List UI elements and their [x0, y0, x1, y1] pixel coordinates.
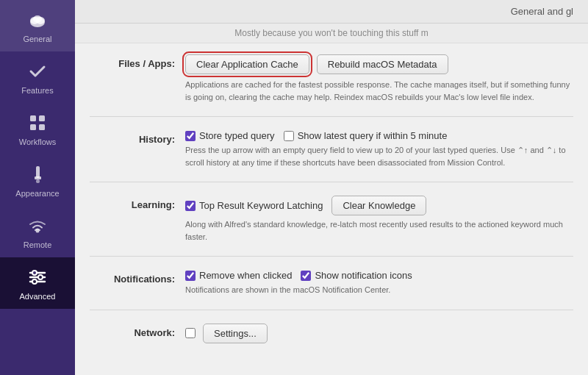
sidebar-item-appearance[interactable]: Appearance: [0, 154, 75, 206]
sidebar-item-features[interactable]: Features: [0, 51, 75, 103]
store-typed-query-item[interactable]: Store typed query: [185, 130, 275, 141]
sidebar: General Features Workflows: [0, 0, 75, 375]
network-buttons: Settings...: [185, 324, 573, 343]
show-notification-icons-item[interactable]: Show notification icons: [301, 270, 412, 281]
remove-when-clicked-item[interactable]: Remove when clicked: [185, 270, 292, 281]
sidebar-label-workflows: Workflows: [19, 138, 57, 146]
network-row: Network: Settings...: [90, 324, 573, 348]
history-checkboxes: Store typed query Show latest query if w…: [185, 130, 573, 141]
svg-rect-5: [39, 115, 45, 121]
network-content: Settings...: [185, 324, 573, 348]
notifications-content: Remove when clicked Show notification ic…: [185, 270, 573, 296]
network-checkbox[interactable]: [185, 328, 196, 338]
wifi-icon: [26, 214, 49, 238]
sidebar-label-general: General: [23, 35, 51, 43]
divider-2: [90, 182, 573, 182]
sidebar-label-appearance: Appearance: [15, 189, 59, 198]
svg-rect-4: [30, 115, 36, 121]
sidebar-item-general[interactable]: General: [0, 0, 75, 51]
check-icon: [26, 60, 49, 83]
show-notification-icons-checkbox[interactable]: [301, 271, 311, 281]
learning-label: Learning:: [90, 196, 185, 210]
keyword-latching-checkbox[interactable]: [185, 201, 196, 211]
notifications-description: Notifications are shown in the macOS Not…: [185, 284, 573, 296]
svg-point-15: [32, 271, 37, 275]
svg-rect-8: [36, 166, 40, 178]
show-notification-icons-label: Show notification icons: [315, 270, 412, 281]
files-apps-label: Files / Apps:: [90, 54, 185, 69]
sidebar-item-remote[interactable]: Remote: [0, 206, 75, 257]
svg-point-17: [32, 279, 37, 284]
svg-rect-6: [30, 124, 36, 130]
network-settings-button[interactable]: Settings...: [203, 324, 268, 343]
sidebar-item-advanced[interactable]: Advanced: [0, 257, 75, 309]
rebuild-metadata-button[interactable]: Rebuild macOS Metadata: [317, 54, 448, 74]
show-latest-query-label: Show latest query if within 5 minute: [298, 130, 448, 141]
sidebar-label-remote: Remote: [24, 240, 52, 249]
divider-1: [90, 116, 573, 117]
learning-content: Top Result Keyword Latching Clear Knowle…: [185, 196, 573, 243]
sidebar-label-features: Features: [21, 86, 53, 95]
store-typed-query-checkbox[interactable]: [185, 131, 196, 141]
settings-area: Files / Apps: Clear Application Cache Re…: [75, 43, 588, 372]
clear-cache-button[interactable]: Clear Application Cache: [185, 54, 309, 74]
divider-3: [90, 256, 573, 257]
files-apps-content: Clear Application Cache Rebuild macOS Me…: [185, 54, 573, 103]
clear-knowledge-button[interactable]: Clear Knowledge: [331, 196, 426, 215]
header-subtitle: Mostly because you won't be touching thi…: [75, 24, 588, 43]
cloud-icon: [26, 8, 49, 32]
keyword-latching-label: Top Result Keyword Latching: [199, 200, 323, 211]
history-row: History: Store typed query Show latest q…: [90, 130, 573, 168]
main-content: General and gl Mostly because you won't …: [75, 0, 588, 375]
network-label: Network:: [90, 324, 185, 338]
history-description: Press the up arrow with an empty query f…: [185, 144, 573, 168]
files-apps-buttons: Clear Application Cache Rebuild macOS Me…: [185, 54, 573, 74]
show-latest-query-checkbox[interactable]: [284, 131, 294, 141]
divider-4: [90, 310, 573, 310]
files-apps-description: Applications are cached for the fastest …: [185, 79, 573, 103]
svg-point-16: [38, 275, 43, 279]
learning-description: Along with Alfred's standard knowledge, …: [185, 218, 573, 243]
learning-checkboxes: Top Result Keyword Latching Clear Knowle…: [185, 196, 573, 215]
svg-rect-9: [35, 176, 41, 179]
history-content: Store typed query Show latest query if w…: [185, 130, 573, 168]
history-label: History:: [90, 130, 185, 145]
svg-point-3: [33, 15, 42, 23]
learning-row: Learning: Top Result Keyword Latching Cl…: [90, 196, 573, 243]
svg-rect-7: [39, 124, 45, 130]
keyword-latching-item[interactable]: Top Result Keyword Latching: [185, 200, 323, 211]
remove-when-clicked-label: Remove when clicked: [199, 270, 292, 281]
grid-icon: [26, 111, 49, 135]
store-typed-query-label: Store typed query: [199, 130, 275, 141]
sidebar-label-advanced: Advanced: [20, 292, 56, 301]
files-apps-row: Files / Apps: Clear Application Cache Re…: [90, 54, 573, 103]
show-latest-query-item[interactable]: Show latest query if within 5 minute: [284, 130, 448, 141]
network-checkbox-item[interactable]: [185, 328, 196, 338]
notifications-label: Notifications:: [90, 270, 185, 285]
remove-when-clicked-checkbox[interactable]: [185, 271, 196, 281]
svg-rect-10: [36, 179, 40, 183]
notifications-checkboxes: Remove when clicked Show notification ic…: [185, 270, 573, 281]
brush-icon: [26, 162, 49, 186]
sliders-icon: [26, 265, 49, 289]
header-title: General and gl: [75, 0, 588, 24]
notifications-row: Notifications: Remove when clicked Show …: [90, 270, 573, 296]
sidebar-item-workflows[interactable]: Workflows: [0, 103, 75, 154]
